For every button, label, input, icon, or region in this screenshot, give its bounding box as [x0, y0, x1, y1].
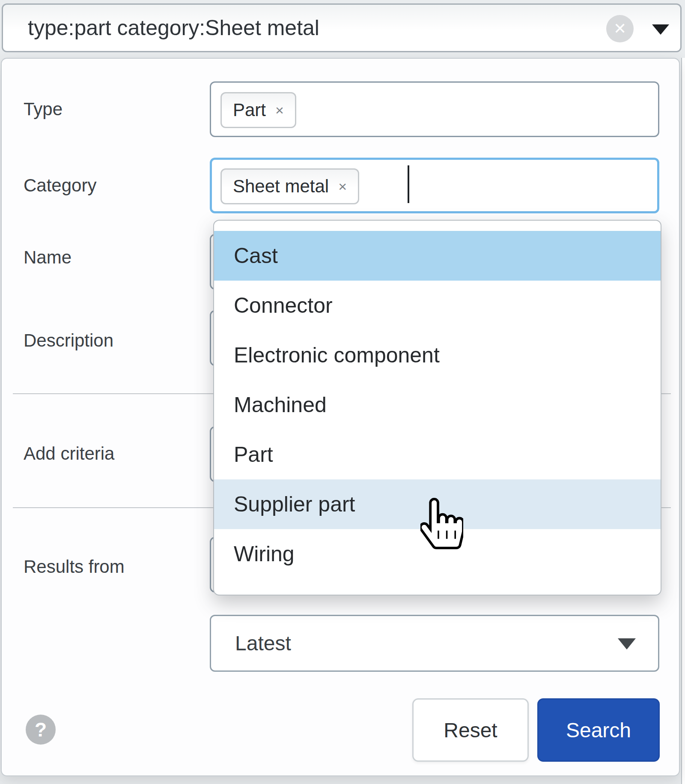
dropdown-item[interactable]: Connector: [214, 281, 661, 330]
text-cursor: [408, 165, 409, 203]
category-chip-label: Sheet metal: [233, 176, 329, 197]
category-field[interactable]: Sheet metal ×: [210, 158, 659, 213]
results-from-label: Results from: [24, 556, 125, 578]
dropdown-item[interactable]: Part: [214, 430, 661, 479]
search-button[interactable]: Search: [537, 698, 660, 762]
category-chip[interactable]: Sheet metal ×: [220, 168, 359, 204]
type-chip-label: Part: [233, 100, 266, 120]
results-from-select[interactable]: Latest: [210, 615, 659, 672]
dropdown-item-label: Cast: [234, 243, 278, 268]
dropdown-item-label: Part: [234, 442, 273, 467]
dropdown-item-label: Connector: [234, 293, 333, 318]
dropdown-item-label: Supplier part: [234, 492, 355, 517]
remove-chip-icon[interactable]: ×: [275, 102, 284, 119]
dropdown-item[interactable]: Machined: [214, 380, 661, 430]
dropdown-item[interactable]: Cast: [214, 231, 661, 281]
add-criteria-label: Add criteria: [24, 443, 114, 464]
caret-down-icon: [618, 638, 636, 649]
type-label: Type: [24, 99, 63, 120]
description-label: Description: [24, 330, 113, 351]
dropdown-item-label: Machined: [234, 392, 327, 417]
name-label: Name: [24, 247, 71, 268]
category-label: Category: [24, 175, 96, 196]
type-field[interactable]: Part ×: [210, 81, 659, 137]
right-edge-panel-fragment: [681, 58, 685, 784]
help-icon[interactable]: ?: [26, 715, 56, 745]
advanced-search-panel: type:part category:Sheet metal ✕ Type Ca…: [0, 0, 685, 784]
reset-button[interactable]: Reset: [412, 698, 529, 762]
clear-search-icon[interactable]: ✕: [606, 15, 634, 42]
dropdown-item-label: Electronic component: [234, 343, 440, 368]
dropdown-item[interactable]: Electronic component: [214, 330, 661, 380]
search-query-text[interactable]: type:part category:Sheet metal: [28, 5, 319, 51]
remove-chip-icon[interactable]: ×: [338, 178, 347, 195]
dropdown-item-label: Wiring: [234, 542, 295, 566]
hand-pointer-cursor: [420, 497, 463, 550]
results-from-value: Latest: [235, 616, 291, 670]
chevron-down-icon[interactable]: [652, 24, 669, 35]
type-chip[interactable]: Part ×: [220, 92, 296, 128]
search-bar[interactable]: type:part category:Sheet metal ✕: [2, 3, 682, 52]
